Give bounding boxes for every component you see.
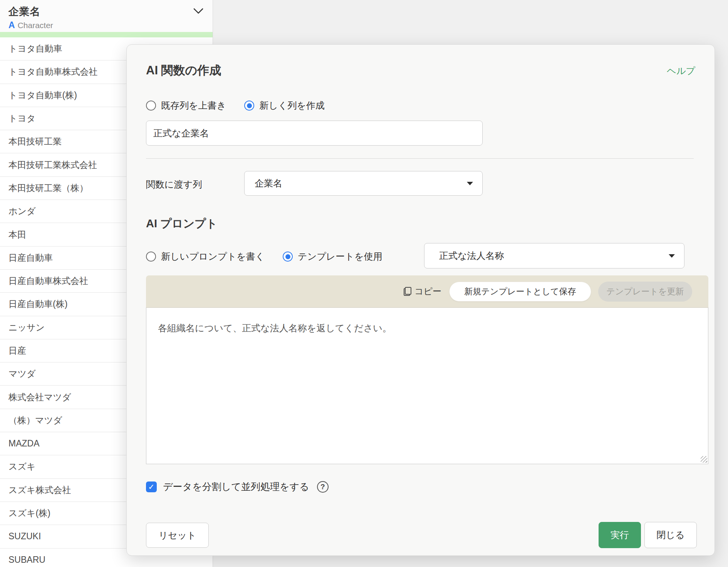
column-selection-highlight	[0, 32, 213, 37]
textarea-resize-handle[interactable]	[701, 456, 707, 463]
prompt-editor-panel: コピー 新規テンプレートとして保存 テンプレートを更新 各組織名について、正式な…	[146, 275, 708, 464]
prompt-toolbar: コピー 新規テンプレートとして保存 テンプレートを更新	[146, 275, 708, 307]
template-select[interactable]: 正式な法人名称	[424, 243, 684, 268]
character-type-icon: A	[8, 20, 15, 30]
create-column-radio[interactable]	[244, 101, 254, 111]
pass-column-value: 企業名	[255, 177, 282, 190]
parallel-processing-label[interactable]: データを分割して並列処理をする	[163, 480, 309, 493]
copy-icon	[404, 287, 411, 296]
parallel-processing-row: ✓ データを分割して並列処理をする ?	[146, 480, 329, 493]
overwrite-column-radio[interactable]	[146, 101, 156, 111]
close-button[interactable]: 閉じる	[644, 522, 697, 548]
update-template-button: テンプレートを更新	[598, 282, 692, 302]
write-prompt-label[interactable]: 新しいプロンプトを書く	[161, 250, 265, 263]
ai-function-dialog: AI 関数の作成 ヘルプ 既存列を上書き 新しく列を作成 関数に渡す列 企業名 …	[126, 44, 715, 556]
save-as-new-template-button[interactable]: 新規テンプレートとして保存	[449, 282, 591, 302]
column-mode-radio-group: 既存列を上書き 新しく列を作成	[146, 99, 325, 112]
use-template-radio[interactable]	[283, 252, 293, 262]
dropdown-arrow-icon	[467, 182, 473, 185]
prompt-section-heading: AI プロンプト	[146, 216, 217, 231]
copy-label: コピー	[414, 285, 441, 297]
column-type: A Character	[8, 20, 213, 30]
prompt-textarea[interactable]: 各組織名について、正式な法人名称を返してください。	[146, 307, 708, 464]
section-divider	[146, 158, 694, 159]
prompt-mode-radio-group: 新しいプロンプトを書く テンプレートを使用	[146, 250, 382, 263]
parallel-processing-checkbox[interactable]: ✓	[146, 481, 157, 492]
run-button[interactable]: 実行	[599, 522, 641, 548]
help-link[interactable]: ヘルプ	[667, 65, 695, 77]
new-column-name-input[interactable]	[146, 121, 483, 146]
write-prompt-radio[interactable]	[146, 252, 156, 262]
dialog-title: AI 関数の作成	[146, 62, 221, 79]
column-type-label: Character	[18, 21, 53, 30]
column-header-cell[interactable]: 企業名 A Character	[0, 0, 213, 32]
template-select-value: 正式な法人名称	[439, 250, 504, 262]
dropdown-arrow-icon	[669, 254, 675, 258]
question-mark-icon[interactable]: ?	[317, 481, 329, 493]
chevron-down-icon[interactable]	[193, 8, 203, 15]
reset-button[interactable]: リセット	[146, 523, 209, 548]
pass-column-select[interactable]: 企業名	[244, 171, 483, 196]
overwrite-column-label[interactable]: 既存列を上書き	[161, 99, 226, 112]
use-template-label[interactable]: テンプレートを使用	[298, 250, 382, 263]
column-title: 企業名	[8, 5, 213, 18]
create-column-label[interactable]: 新しく列を作成	[259, 99, 325, 112]
pass-column-label: 関数に渡す列	[146, 178, 202, 191]
copy-button[interactable]: コピー	[404, 285, 441, 297]
